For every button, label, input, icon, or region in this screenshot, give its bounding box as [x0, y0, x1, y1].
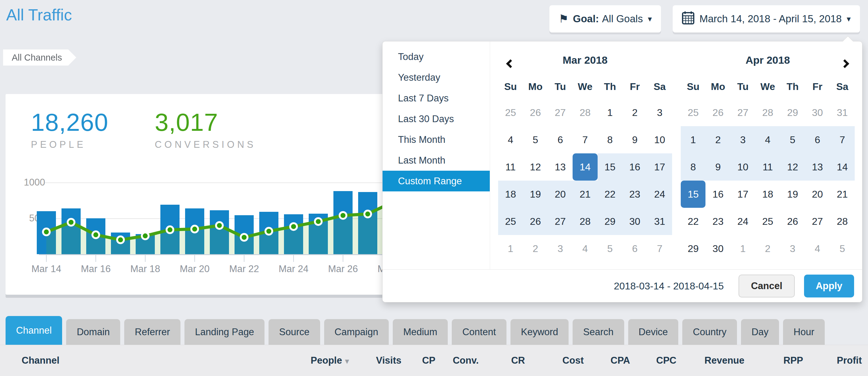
day-cell[interactable]: 14 — [572, 153, 597, 180]
day-cell[interactable]: 10 — [731, 153, 755, 180]
day-cell[interactable]: 12 — [523, 153, 548, 180]
tab-content[interactable]: Content — [452, 319, 506, 345]
day-cell[interactable]: 28 — [830, 208, 855, 235]
day-cell[interactable]: 13 — [548, 153, 572, 180]
tab-day[interactable]: Day — [741, 319, 779, 345]
day-cell[interactable]: 20 — [805, 180, 830, 208]
day-cell[interactable]: 24 — [647, 180, 672, 208]
day-cell[interactable]: 1 — [681, 126, 706, 153]
day-cell[interactable]: 26 — [523, 99, 548, 126]
day-cell[interactable]: 3 — [731, 126, 755, 153]
day-cell[interactable]: 27 — [548, 208, 572, 235]
column-header-rpp[interactable]: RPP — [744, 355, 803, 366]
day-cell[interactable]: 4 — [572, 235, 597, 262]
day-cell[interactable]: 1 — [498, 235, 523, 262]
day-cell[interactable]: 20 — [548, 180, 572, 208]
preset-item-last-30-days[interactable]: Last 30 Days — [382, 109, 490, 129]
day-cell[interactable]: 16 — [706, 180, 730, 208]
column-header-cr[interactable]: CR — [479, 355, 525, 366]
day-cell[interactable]: 22 — [598, 180, 622, 208]
day-cell[interactable]: 1 — [731, 235, 755, 262]
day-cell[interactable]: 28 — [755, 99, 780, 126]
day-cell[interactable]: 27 — [731, 99, 755, 126]
tab-domain[interactable]: Domain — [66, 319, 120, 345]
day-cell[interactable]: 18 — [498, 180, 523, 208]
column-header-cpa[interactable]: CPA — [584, 355, 630, 366]
day-cell[interactable]: 11 — [755, 153, 780, 180]
day-cell[interactable]: 21 — [830, 180, 855, 208]
day-cell[interactable]: 28 — [572, 99, 597, 126]
day-cell[interactable]: 31 — [830, 99, 855, 126]
day-cell[interactable]: 31 — [647, 208, 672, 235]
preset-item-yesterday[interactable]: Yesterday — [382, 67, 490, 88]
day-cell[interactable]: 9 — [706, 153, 730, 180]
day-cell[interactable]: 15 — [681, 180, 706, 208]
day-cell[interactable]: 19 — [780, 180, 805, 208]
day-cell[interactable]: 7 — [830, 126, 855, 153]
column-header-people[interactable]: People▾ — [300, 355, 349, 366]
day-cell[interactable]: 29 — [598, 208, 622, 235]
day-cell[interactable]: 5 — [780, 126, 805, 153]
day-cell[interactable]: 29 — [681, 235, 706, 262]
tab-hour[interactable]: Hour — [783, 319, 825, 345]
day-cell[interactable]: 24 — [731, 208, 755, 235]
day-cell[interactable]: 30 — [622, 208, 647, 235]
tab-device[interactable]: Device — [628, 319, 679, 345]
tab-search[interactable]: Search — [572, 319, 624, 345]
day-cell[interactable]: 3 — [780, 235, 805, 262]
tab-keyword[interactable]: Keyword — [510, 319, 569, 345]
tab-source[interactable]: Source — [269, 319, 320, 345]
day-cell[interactable]: 19 — [523, 180, 548, 208]
day-cell[interactable]: 27 — [548, 99, 572, 126]
day-cell[interactable]: 2 — [622, 99, 647, 126]
day-cell[interactable]: 3 — [548, 235, 572, 262]
day-cell[interactable]: 29 — [780, 99, 805, 126]
day-cell[interactable]: 28 — [572, 208, 597, 235]
day-cell[interactable]: 7 — [572, 126, 597, 153]
day-cell[interactable]: 9 — [622, 126, 647, 153]
day-cell[interactable]: 25 — [681, 99, 706, 126]
day-cell[interactable]: 26 — [523, 208, 548, 235]
day-cell[interactable]: 25 — [498, 99, 523, 126]
column-header-revenue[interactable]: Revenue — [676, 355, 744, 366]
preset-item-custom-range[interactable]: Custom Range — [382, 171, 490, 192]
day-cell[interactable]: 4 — [498, 126, 523, 153]
day-cell[interactable]: 12 — [780, 153, 805, 180]
tab-medium[interactable]: Medium — [393, 319, 448, 345]
cancel-button[interactable]: Cancel — [739, 274, 795, 297]
day-cell[interactable]: 23 — [706, 208, 730, 235]
day-cell[interactable]: 27 — [805, 208, 830, 235]
day-cell[interactable]: 8 — [598, 126, 622, 153]
breadcrumb-all-channels[interactable]: All Channels — [3, 50, 76, 65]
tab-campaign[interactable]: Campaign — [324, 319, 389, 345]
day-cell[interactable]: 17 — [647, 153, 672, 180]
day-cell[interactable]: 2 — [523, 235, 548, 262]
day-cell[interactable]: 6 — [548, 126, 572, 153]
preset-item-last-month[interactable]: Last Month — [382, 150, 490, 171]
column-header-visits[interactable]: Visits — [349, 355, 401, 366]
day-cell[interactable]: 15 — [598, 153, 622, 180]
day-cell[interactable]: 18 — [755, 180, 780, 208]
preset-item-today[interactable]: Today — [382, 47, 490, 67]
day-cell[interactable]: 2 — [706, 126, 730, 153]
day-cell[interactable]: 11 — [498, 153, 523, 180]
tab-landing-page[interactable]: Landing Page — [184, 319, 265, 345]
tab-channel[interactable]: Channel — [6, 316, 62, 345]
day-cell[interactable]: 26 — [706, 99, 730, 126]
day-cell[interactable]: 23 — [622, 180, 647, 208]
preset-item-this-month[interactable]: This Month — [382, 129, 490, 150]
tab-referrer[interactable]: Referrer — [124, 319, 181, 345]
apply-button[interactable]: Apply — [804, 274, 854, 297]
day-cell[interactable]: 7 — [647, 235, 672, 262]
day-cell[interactable]: 6 — [805, 126, 830, 153]
day-cell[interactable]: 6 — [622, 235, 647, 262]
day-cell[interactable]: 30 — [706, 235, 730, 262]
day-cell[interactable]: 3 — [647, 99, 672, 126]
day-cell[interactable]: 13 — [805, 153, 830, 180]
day-cell[interactable]: 17 — [731, 180, 755, 208]
column-header-channel[interactable]: Channel — [22, 355, 300, 366]
day-cell[interactable]: 14 — [830, 153, 855, 180]
day-cell[interactable]: 5 — [523, 126, 548, 153]
day-cell[interactable]: 25 — [755, 208, 780, 235]
day-cell[interactable]: 4 — [805, 235, 830, 262]
